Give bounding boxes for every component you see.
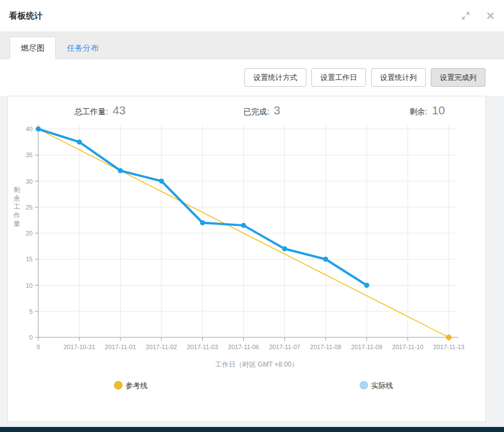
set-statistics-column-button[interactable]: 设置统计列 [371, 68, 426, 87]
dialog-title: 看板统计 [9, 11, 43, 21]
svg-text:2017-11-10: 2017-11-10 [392, 344, 423, 350]
legend-swatch [360, 381, 368, 389]
svg-text:2017-11-13: 2017-11-13 [433, 344, 464, 350]
x-axis-title: 工作日（时区 GMT +8:00） [215, 360, 298, 368]
actual-point [36, 127, 41, 132]
svg-text:2017-11-06: 2017-11-06 [228, 344, 259, 350]
svg-text:2017-11-09: 2017-11-09 [351, 344, 382, 350]
legend-label: 参考线 [126, 381, 148, 390]
svg-text:2017-11-08: 2017-11-08 [310, 344, 341, 350]
svg-text:0: 0 [29, 334, 33, 341]
legend-swatch [114, 381, 122, 389]
actual-point [364, 283, 369, 288]
svg-text:35: 35 [26, 152, 33, 158]
actual-point [77, 140, 82, 145]
svg-text:25: 25 [26, 204, 33, 211]
stat-value: 43 [113, 104, 126, 117]
svg-text:工: 工 [14, 203, 20, 211]
svg-text:20: 20 [26, 230, 33, 237]
actual-point [200, 220, 205, 225]
burndown-panel: 总工作量: 43 已完成: 3 剩余: 10 05101520253035400… [7, 96, 486, 422]
svg-text:5: 5 [29, 308, 33, 315]
svg-text:2017-11-01: 2017-11-01 [105, 344, 136, 350]
svg-text:10: 10 [26, 282, 33, 289]
svg-text:量: 量 [14, 220, 20, 228]
legend-item-reference[interactable]: 参考线 [114, 381, 148, 390]
stats-row: 总工作量: 43 已完成: 3 剩余: 10 [8, 96, 485, 122]
svg-text:2017-10-31: 2017-10-31 [64, 344, 95, 350]
svg-text:2017-11-07: 2017-11-07 [269, 344, 300, 350]
svg-text:15: 15 [26, 256, 33, 262]
tab-task-distribution[interactable]: 任务分布 [56, 37, 110, 59]
toolbar: 设置统计方式 设置工作日 设置统计列 设置完成列 [0, 59, 504, 96]
dialog-body: 总工作量: 43 已完成: 3 剩余: 10 05101520253035400… [0, 96, 504, 427]
svg-text:2017-11-02: 2017-11-02 [146, 344, 177, 350]
stat-value: 3 [274, 104, 280, 117]
stat-label: 总工作量: [74, 107, 108, 117]
svg-text:剩: 剩 [14, 186, 20, 194]
set-statistics-method-button[interactable]: 设置统计方式 [244, 68, 306, 87]
y-axis-title: 剩余工作量 [13, 186, 20, 228]
expand-icon[interactable] [461, 11, 470, 20]
close-icon[interactable] [486, 11, 495, 20]
set-workdays-button[interactable]: 设置工作日 [311, 68, 366, 87]
stat-total-workload: 总工作量: 43 [74, 104, 126, 117]
tab-bar: 燃尽图 任务分布 [0, 32, 504, 59]
burndown-chart: 051015202530354002017-10-312017-11-01201… [8, 122, 485, 421]
svg-text:30: 30 [26, 178, 33, 185]
actual-point [241, 223, 246, 228]
svg-text:2017-11-03: 2017-11-03 [187, 344, 218, 350]
axes: 051015202530354002017-10-312017-11-01201… [26, 124, 465, 350]
legend-item-actual[interactable]: 实际线 [360, 381, 393, 390]
actual-point [118, 168, 123, 173]
header-icons [461, 11, 495, 20]
svg-text:作: 作 [13, 211, 20, 219]
bottom-bar [0, 427, 504, 432]
dialog-header: 看板统计 [0, 0, 504, 32]
svg-text:0: 0 [37, 344, 40, 350]
reference-endpoint [446, 335, 452, 340]
kanban-statistics-dialog: 看板统计 [0, 0, 504, 432]
stat-label: 已完成: [243, 107, 269, 117]
svg-text:40: 40 [26, 126, 33, 132]
stat-completed: 已完成: 3 [243, 104, 280, 117]
tab-burndown-chart[interactable]: 燃尽图 [10, 37, 56, 59]
svg-text:余: 余 [14, 194, 20, 202]
set-done-column-button[interactable]: 设置完成列 [431, 68, 485, 87]
stat-value: 10 [432, 104, 445, 117]
actual-point [159, 179, 164, 184]
actual-point [323, 257, 328, 262]
actual-point [282, 246, 287, 251]
stat-remaining: 剩余: 10 [409, 104, 445, 117]
stat-label: 剩余: [409, 107, 427, 117]
legend-label: 实际线 [371, 381, 393, 390]
